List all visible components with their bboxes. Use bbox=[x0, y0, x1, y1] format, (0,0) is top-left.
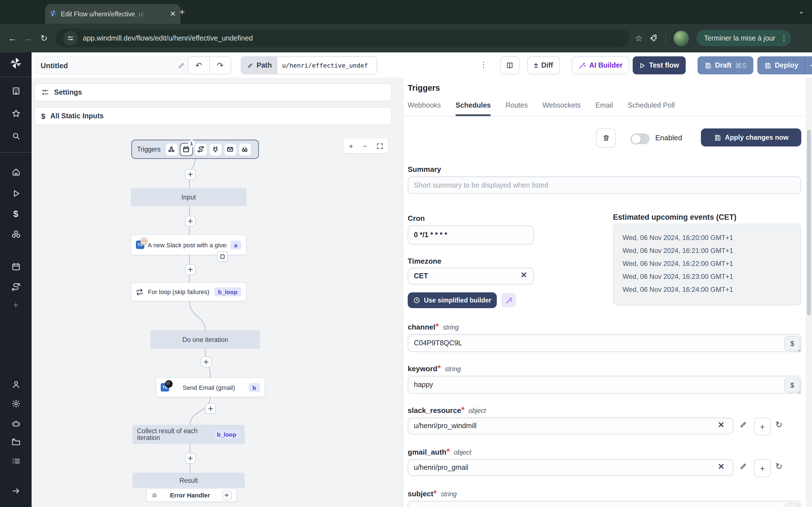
scheduled-poll-trigger-icon[interactable] bbox=[239, 144, 251, 155]
flow-canvas[interactable]: Settings $ All Static Inputs Triggers bbox=[32, 78, 403, 507]
email-trigger-icon[interactable] bbox=[224, 144, 236, 155]
sidebar-item-favorites[interactable] bbox=[0, 109, 32, 118]
add-step-button[interactable] bbox=[185, 169, 196, 180]
refresh-resource-icon[interactable]: ↻ bbox=[775, 461, 782, 471]
sidebar-item-folders[interactable] bbox=[0, 437, 32, 447]
edit-resource-pencil-icon[interactable] bbox=[739, 462, 747, 470]
sidebar-item-resources[interactable] bbox=[0, 229, 32, 239]
docs-button[interactable] bbox=[500, 56, 519, 74]
cron-input[interactable] bbox=[408, 225, 534, 244]
chrome-menu-icon[interactable]: ⋮ bbox=[780, 34, 788, 42]
simplified-builder-button[interactable]: Use simplified builder bbox=[408, 292, 497, 308]
websocket-trigger-icon[interactable] bbox=[210, 144, 221, 155]
path-value[interactable]: u/henri/effective_undef bbox=[277, 57, 377, 74]
sidebar-item-workers[interactable] bbox=[0, 418, 32, 428]
email-step-node[interactable]: TS Send Email (gmail) b bbox=[156, 378, 265, 397]
tab-webhooks[interactable]: Webhooks bbox=[408, 101, 441, 116]
sidebar-item-home[interactable] bbox=[0, 167, 32, 177]
panel-scrollbar[interactable] bbox=[806, 78, 812, 507]
subject-expr-button[interactable]: $ bbox=[784, 503, 800, 507]
summary-input[interactable] bbox=[408, 176, 801, 194]
deploy-dropdown-chevron[interactable] bbox=[804, 57, 812, 74]
ai-cron-button[interactable] bbox=[501, 293, 516, 307]
add-error-handler-button[interactable] bbox=[222, 490, 232, 500]
schedule-enabled-toggle[interactable] bbox=[630, 133, 650, 144]
refresh-resource-icon[interactable]: ↻ bbox=[775, 420, 782, 430]
schedule-trigger-icon[interactable]: 1 bbox=[181, 144, 192, 155]
sidebar-item-settings[interactable] bbox=[0, 399, 32, 408]
edit-name-pencil-icon[interactable] bbox=[177, 62, 185, 69]
add-step-button[interactable] bbox=[185, 216, 196, 226]
avatar[interactable] bbox=[673, 30, 689, 46]
tab-close-icon[interactable]: ✕ bbox=[170, 10, 176, 18]
flow-name-field[interactable]: Untitled bbox=[35, 56, 191, 74]
add-step-button[interactable] bbox=[205, 403, 216, 414]
channel-input[interactable] bbox=[408, 334, 801, 352]
ai-builder-button[interactable]: AI Builder bbox=[572, 56, 629, 74]
browser-tab[interactable]: Edit Flow u/henri/effective_un ✕ bbox=[45, 4, 181, 24]
result-node[interactable]: Result bbox=[133, 473, 245, 488]
redo-button[interactable]: ↷ bbox=[209, 56, 231, 74]
test-flow-button[interactable]: Test flow bbox=[633, 56, 686, 74]
sidebar-item-add[interactable]: + bbox=[0, 300, 32, 311]
clear-resource-icon[interactable]: ✕ bbox=[718, 420, 724, 429]
window-chevron-icon[interactable]: ⌄ bbox=[794, 3, 809, 18]
clear-timezone-icon[interactable]: ✕ bbox=[520, 270, 527, 279]
more-options-icon[interactable]: ⋮ bbox=[480, 60, 487, 69]
apply-changes-button[interactable]: Apply changes now bbox=[701, 128, 801, 147]
undo-button[interactable]: ↶ bbox=[188, 56, 209, 74]
edit-resource-pencil-icon[interactable] bbox=[739, 421, 747, 429]
tab-routes[interactable]: Routes bbox=[506, 101, 528, 116]
slack-resource-input[interactable] bbox=[408, 417, 733, 434]
scrollbar-thumb[interactable] bbox=[807, 129, 811, 316]
webhook-trigger-icon[interactable] bbox=[166, 144, 177, 155]
tab-schedules[interactable]: Schedules bbox=[456, 101, 491, 116]
sidebar-item-workspace[interactable] bbox=[0, 86, 32, 96]
tab-scheduled-poll[interactable]: Scheduled Poll bbox=[627, 101, 675, 116]
diff-button[interactable]: ± Diff bbox=[527, 56, 560, 74]
draft-button[interactable]: Draft ⌘S bbox=[698, 56, 753, 74]
timezone-input[interactable] bbox=[408, 268, 534, 284]
extensions-icon[interactable] bbox=[650, 34, 658, 42]
sidebar-item-schedules[interactable] bbox=[0, 262, 32, 272]
add-resource-button[interactable]: + bbox=[754, 417, 771, 436]
zoom-in-button[interactable]: + bbox=[349, 142, 353, 150]
sidebar-item-logs[interactable] bbox=[0, 456, 32, 466]
path-field[interactable]: Path u/henri/effective_undef bbox=[241, 56, 377, 74]
subject-input[interactable] bbox=[408, 501, 801, 507]
do-one-iteration-node[interactable]: Do one iteration bbox=[151, 330, 260, 349]
sidebar-item-runs[interactable] bbox=[0, 189, 32, 198]
sidebar-item-variables[interactable]: $ bbox=[0, 209, 32, 219]
chrome-update-button[interactable]: Terminer la mise à jour ⋮ bbox=[697, 30, 791, 46]
sidebar-item-routes[interactable] bbox=[0, 282, 32, 292]
delete-schedule-button[interactable] bbox=[596, 128, 616, 148]
add-step-button[interactable] bbox=[201, 356, 211, 367]
fit-view-button[interactable] bbox=[377, 143, 383, 149]
deploy-button[interactable]: Deploy bbox=[758, 57, 804, 74]
keyword-input[interactable] bbox=[408, 376, 801, 394]
resize-handle-icon[interactable] bbox=[797, 349, 801, 353]
back-icon[interactable]: ← bbox=[4, 33, 20, 43]
zoom-out-button[interactable]: − bbox=[363, 142, 367, 150]
sidebar-expand-icon[interactable] bbox=[0, 486, 32, 496]
tab-websockets[interactable]: Websockets bbox=[543, 101, 581, 116]
triggers-node[interactable]: Triggers 1 bbox=[132, 140, 259, 159]
bookmark-star-icon[interactable]: ☆ bbox=[635, 33, 643, 43]
reload-icon[interactable]: ↻ bbox=[36, 33, 52, 43]
site-settings-icon[interactable] bbox=[63, 31, 78, 45]
add-resource-button[interactable]: + bbox=[754, 459, 771, 477]
forward-icon[interactable]: → bbox=[20, 33, 36, 43]
collect-result-node[interactable]: Collect result of each iteration b_loop bbox=[133, 425, 245, 444]
slack-step-node[interactable]: TS A new Slack post with a given wor... … bbox=[131, 234, 246, 255]
clear-resource-icon[interactable]: ✕ bbox=[718, 462, 724, 471]
tab-email[interactable]: Email bbox=[596, 101, 613, 116]
url-bar[interactable]: app.windmill.dev/flows/edit/u/henri/effe… bbox=[55, 29, 629, 47]
input-node[interactable]: Input bbox=[131, 188, 246, 206]
resize-handle-icon[interactable] bbox=[797, 390, 801, 394]
windmill-logo[interactable] bbox=[0, 57, 32, 69]
error-handler-node[interactable]: Error Handler bbox=[146, 489, 237, 502]
sidebar-item-users[interactable] bbox=[0, 380, 32, 389]
new-tab-button[interactable]: + bbox=[179, 7, 185, 18]
add-step-button[interactable] bbox=[185, 264, 196, 275]
search-icon[interactable] bbox=[0, 131, 32, 141]
